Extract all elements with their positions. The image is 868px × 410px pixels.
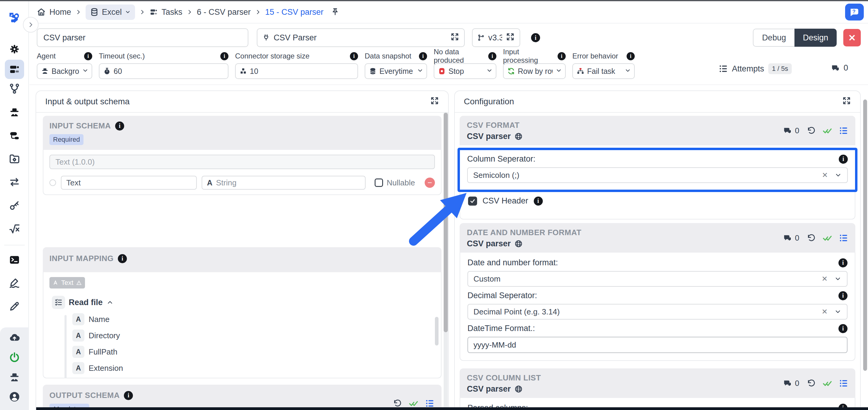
radio-button[interactable] bbox=[50, 179, 56, 186]
undo-icon bbox=[807, 379, 815, 388]
mapping-source-chip[interactable]: Text bbox=[50, 277, 85, 289]
timeout-input[interactable]: 60 bbox=[99, 63, 228, 79]
info-icon[interactable]: i bbox=[84, 52, 92, 60]
data-snapshot-select[interactable]: Everytime bbox=[365, 63, 427, 79]
task-name-input[interactable] bbox=[37, 28, 248, 47]
info-icon[interactable]: i bbox=[419, 52, 427, 60]
design-button[interactable]: Design bbox=[795, 29, 837, 47]
clear-icon[interactable]: ✕ bbox=[822, 171, 828, 179]
remove-field-button[interactable]: − bbox=[425, 178, 435, 188]
tree-item[interactable]: A FullPath bbox=[72, 346, 435, 358]
breadcrumb-excel[interactable]: Excel bbox=[86, 4, 135, 20]
date-number-format-select[interactable]: Custom ✕ bbox=[467, 271, 847, 287]
datetime-format-input[interactable] bbox=[467, 337, 847, 353]
chevron-up-icon bbox=[106, 299, 114, 306]
section-comments-button[interactable]: 0 bbox=[783, 233, 799, 243]
debug-button[interactable]: Debug bbox=[753, 29, 795, 47]
field-name-input[interactable] bbox=[61, 176, 197, 189]
sidebar-item-tasks[interactable] bbox=[5, 60, 24, 79]
schema-panel-scrollbar[interactable] bbox=[444, 113, 448, 410]
info-icon[interactable]: i bbox=[115, 121, 124, 130]
close-button[interactable]: ✕ bbox=[843, 29, 861, 47]
schema-type-field[interactable] bbox=[50, 155, 435, 169]
breadcrumb-folder[interactable]: 6 - CSV parser bbox=[197, 7, 251, 17]
sidebar-item-functions[interactable] bbox=[5, 219, 24, 238]
tree-item[interactable]: A Name bbox=[72, 313, 435, 325]
attempts-control[interactable]: Attempts 1 / 5s bbox=[719, 63, 792, 74]
csv-header-checkbox[interactable] bbox=[468, 197, 477, 206]
info-icon[interactable]: i bbox=[350, 52, 358, 60]
field-type-select[interactable]: A String bbox=[202, 176, 366, 189]
info-icon[interactable]: i bbox=[534, 197, 543, 206]
expand-icon[interactable] bbox=[450, 32, 459, 43]
sidebar-item-signature[interactable] bbox=[5, 273, 24, 293]
section-comments-button[interactable]: 0 bbox=[783, 379, 799, 388]
sidebar-item-settings[interactable] bbox=[5, 39, 24, 59]
sidebar-item-console[interactable] bbox=[5, 250, 24, 269]
mapping-tree-root[interactable]: Read file bbox=[52, 296, 435, 309]
info-icon[interactable]: i bbox=[838, 258, 847, 267]
info-icon[interactable]: i bbox=[839, 155, 848, 164]
info-icon[interactable]: i bbox=[558, 52, 566, 60]
page-scrollbar[interactable] bbox=[863, 99, 867, 371]
sidebar-item-agents[interactable] bbox=[5, 103, 24, 122]
clear-icon[interactable]: ✕ bbox=[822, 308, 828, 316]
info-icon[interactable]: i bbox=[838, 324, 847, 333]
input-processing-select[interactable]: Row by row bbox=[503, 63, 566, 79]
info-icon[interactable]: i bbox=[124, 391, 133, 400]
string-type-icon bbox=[53, 280, 59, 286]
column-separator-select[interactable]: Semicolon (;) ✕ bbox=[467, 167, 848, 183]
sidebar-item-power[interactable] bbox=[5, 348, 24, 367]
error-behavior-select[interactable]: Fail task bbox=[572, 63, 635, 79]
sidebar-item-connectors[interactable] bbox=[5, 126, 24, 145]
scrollbar-thumb[interactable] bbox=[444, 113, 448, 332]
clear-icon[interactable]: ✕ bbox=[822, 275, 828, 283]
nullable-checkbox[interactable] bbox=[375, 178, 383, 187]
sidebar-item-projects[interactable] bbox=[5, 149, 24, 169]
connector-field[interactable]: CSV Parser bbox=[257, 28, 465, 47]
check-icon bbox=[470, 198, 475, 204]
minus-icon: − bbox=[427, 178, 432, 187]
version-field[interactable]: v3.3.0 bbox=[472, 28, 520, 47]
decimal-separator-select[interactable]: Decimal Point (e.g. 3.14) ✕ bbox=[467, 304, 847, 320]
section-comments-button[interactable]: 0 bbox=[783, 126, 799, 135]
sidebar-item-branches[interactable] bbox=[5, 79, 24, 98]
expand-icon[interactable] bbox=[842, 96, 851, 107]
info-icon[interactable]: i bbox=[220, 52, 228, 60]
pin-icon[interactable] bbox=[331, 7, 340, 17]
user-icon bbox=[9, 391, 20, 403]
breadcrumb-current[interactable]: 15 - CSV parser bbox=[265, 7, 324, 17]
expand-icon[interactable] bbox=[506, 32, 515, 43]
sidebar-item-transfers[interactable] bbox=[5, 172, 24, 192]
configuration-panel-title: Configuration bbox=[464, 97, 514, 107]
expand-icon[interactable] bbox=[430, 96, 439, 107]
sidebar-collapse-button[interactable] bbox=[23, 17, 38, 33]
breadcrumb-separator bbox=[75, 9, 82, 15]
agent-select[interactable]: Background bbox=[37, 63, 92, 79]
section-comments-count: 0 bbox=[795, 379, 799, 388]
info-icon[interactable]: i bbox=[627, 52, 635, 60]
sidebar-item-account[interactable] bbox=[5, 387, 24, 406]
info-icon[interactable]: i bbox=[531, 33, 540, 42]
help-button[interactable]: ? bbox=[845, 4, 864, 21]
info-icon[interactable]: i bbox=[838, 291, 847, 300]
output-schema-title: OUTPUT SCHEMA bbox=[50, 391, 120, 400]
tree-item[interactable]: A Directory bbox=[72, 329, 435, 342]
sidebar-item-agent-mode[interactable] bbox=[5, 368, 24, 387]
tree-item[interactable]: A Extension bbox=[72, 362, 435, 374]
rows-sync-icon bbox=[507, 67, 515, 75]
output-schema-card: OUTPUT SCHEMA i Mandatory bbox=[43, 385, 441, 410]
sidebar-item-credentials[interactable] bbox=[5, 196, 24, 215]
info-icon[interactable]: i bbox=[118, 254, 127, 263]
app-logo[interactable] bbox=[5, 8, 24, 27]
mapping-scrollbar[interactable] bbox=[435, 317, 438, 346]
sidebar-item-cloud-sync[interactable] bbox=[5, 328, 24, 347]
storage-size-input[interactable]: 10 bbox=[235, 63, 358, 79]
no-data-produced-select[interactable]: Stop bbox=[434, 63, 496, 79]
info-icon[interactable]: i bbox=[488, 52, 496, 60]
breadcrumb-tasks[interactable]: Tasks bbox=[150, 7, 182, 17]
sidebar-item-edit[interactable] bbox=[5, 297, 24, 316]
breadcrumb-home[interactable]: Home bbox=[37, 7, 71, 17]
task-comments-button[interactable]: 0 bbox=[831, 63, 848, 72]
chevron-down-icon bbox=[555, 67, 562, 74]
